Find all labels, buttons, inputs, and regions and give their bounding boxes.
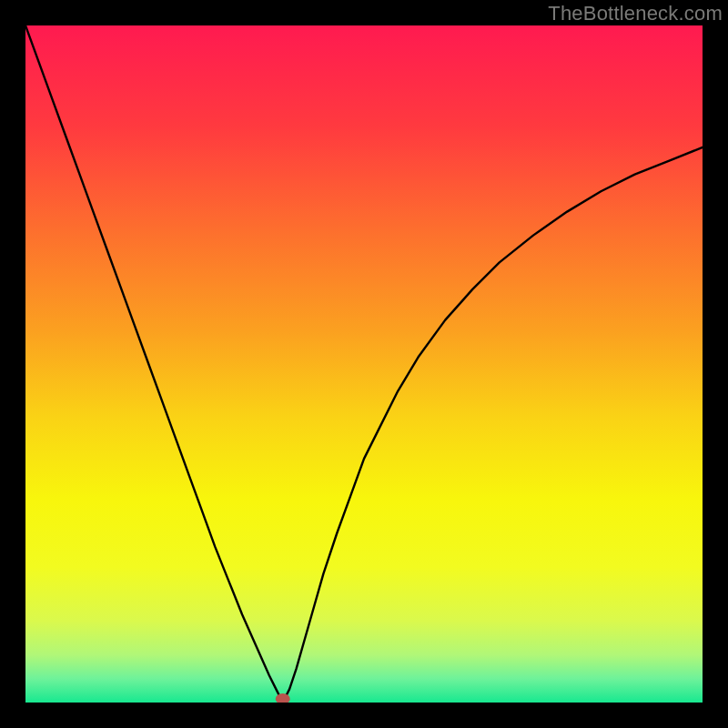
watermark-text: TheBottleneck.com bbox=[548, 2, 723, 25]
chart-svg bbox=[25, 25, 703, 703]
gradient-background bbox=[25, 25, 703, 703]
chart-container: TheBottleneck.com bbox=[0, 0, 728, 728]
plot-area bbox=[25, 25, 703, 703]
